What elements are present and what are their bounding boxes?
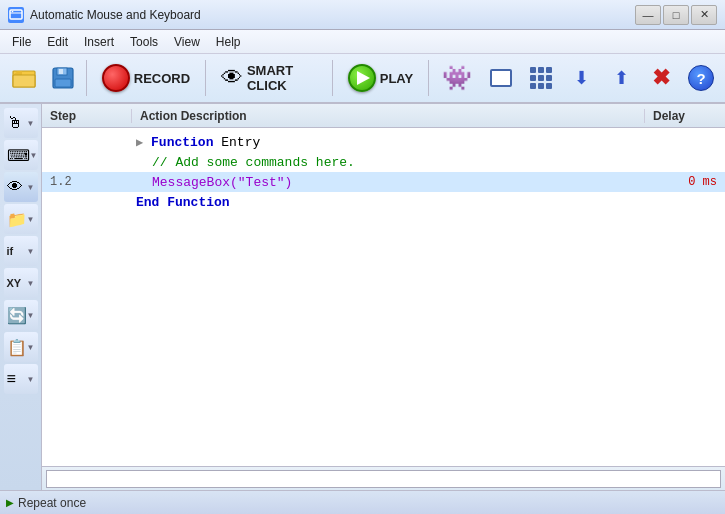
content-area: Step Action Description Delay ▶ Function… — [42, 104, 725, 490]
menu-edit[interactable]: Edit — [39, 33, 76, 51]
window-button[interactable] — [483, 59, 519, 97]
delete-icon: ✖ — [650, 67, 672, 89]
script-line: // Add some commands here. — [132, 155, 645, 170]
menu-bar: File Edit Insert Tools View Help — [0, 30, 725, 54]
help-icon: ? — [688, 65, 714, 91]
play-label: PLAY — [380, 71, 413, 86]
close-button[interactable]: ✕ — [691, 5, 717, 25]
xy-icon: XY — [7, 277, 22, 289]
svg-rect-8 — [55, 79, 71, 87]
list-icon: ≡ — [7, 370, 16, 388]
sidebar-clipboard[interactable]: 📋 ▼ — [4, 332, 38, 362]
table-row[interactable]: ▶ Function Entry — [42, 132, 725, 152]
window-icon — [490, 69, 512, 87]
ghost-button[interactable]: 👾 — [435, 59, 479, 97]
window-title: Automatic Mouse and Keyboard — [30, 8, 201, 22]
main-area: 🖱 ▼ ⌨ ▼ 👁 ▼ 📁 ▼ if ▼ XY ▼ 🔄 ▼ 📋 ▼ — [0, 104, 725, 490]
open-button[interactable] — [6, 59, 42, 97]
title-bar: Automatic Mouse and Keyboard — □ ✕ — [0, 0, 725, 30]
step-number: 1.2 — [42, 175, 132, 189]
mouse-icon: 🖱 — [7, 114, 23, 132]
command-input[interactable] — [46, 470, 721, 488]
separator-1 — [86, 60, 87, 96]
toolbar: RECORD SMART CLICK PLAY 👾 ⬇ ⬆ ✖ — [0, 54, 725, 104]
play-icon — [348, 64, 376, 92]
separator-2 — [205, 60, 206, 96]
col-action-header: Action Description — [132, 109, 645, 123]
play-button[interactable]: PLAY — [339, 59, 422, 97]
keyword-end: End Function — [136, 195, 230, 210]
script-line: ▶ Function Entry — [132, 135, 645, 150]
arrow-down-icon: ⬇ — [570, 67, 592, 89]
maximize-button[interactable]: □ — [663, 5, 689, 25]
delay-value: 0 ms — [645, 175, 725, 189]
keyword-function: Function — [151, 135, 221, 150]
function-name: Entry — [221, 135, 260, 150]
function-call: MessageBox("Test") — [152, 175, 292, 190]
col-delay-header: Delay — [645, 109, 725, 123]
help-button[interactable]: ? — [683, 59, 719, 97]
keyboard-icon: ⌨ — [7, 146, 30, 165]
bottom-bar: ▶ Repeat once — [0, 490, 725, 514]
loop-icon: 🔄 — [7, 306, 27, 325]
smartclick-label: SMART CLICK — [247, 63, 317, 93]
move-up-button[interactable]: ⬆ — [603, 59, 639, 97]
title-bar-left: Automatic Mouse and Keyboard — [8, 7, 201, 23]
grid-button[interactable] — [523, 59, 559, 97]
separator-3 — [332, 60, 333, 96]
sidebar-mouse[interactable]: 🖱 ▼ — [4, 108, 38, 138]
sidebar: 🖱 ▼ ⌨ ▼ 👁 ▼ 📁 ▼ if ▼ XY ▼ 🔄 ▼ 📋 ▼ — [0, 104, 42, 490]
script-line: MessageBox("Test") — [132, 175, 645, 190]
table-header: Step Action Description Delay — [42, 104, 725, 128]
status-bar — [42, 466, 725, 490]
sidebar-eye-icon: 👁 — [7, 178, 23, 196]
script-area[interactable]: ▶ Function Entry // Add some commands he… — [42, 128, 725, 466]
grid-icon — [530, 67, 552, 89]
delete-button[interactable]: ✖ — [643, 59, 679, 97]
comment-text: // Add some commands here. — [152, 155, 355, 170]
repeat-arrow-icon: ▶ — [6, 497, 14, 508]
table-row[interactable]: End Function — [42, 192, 725, 212]
minimize-button[interactable]: — — [635, 5, 661, 25]
sidebar-list[interactable]: ≡ ▼ — [4, 364, 38, 394]
clipboard-icon: 📋 — [7, 338, 27, 357]
folder-icon: 📁 — [7, 210, 27, 229]
move-down-button[interactable]: ⬇ — [563, 59, 599, 97]
svg-rect-4 — [13, 75, 35, 87]
menu-insert[interactable]: Insert — [76, 33, 122, 51]
save-button[interactable] — [46, 59, 80, 97]
app-icon — [8, 7, 24, 23]
window-controls: — □ ✕ — [635, 5, 717, 25]
svg-point-2 — [12, 10, 14, 12]
smartclick-button[interactable]: SMART CLICK — [212, 59, 326, 97]
table-row[interactable]: 1.2 MessageBox("Test") 0 ms — [42, 172, 725, 192]
svg-rect-7 — [59, 69, 63, 74]
sidebar-loop[interactable]: 🔄 ▼ — [4, 300, 38, 330]
if-icon: if — [7, 245, 14, 257]
sidebar-folder[interactable]: 📁 ▼ — [4, 204, 38, 234]
sidebar-eye[interactable]: 👁 ▼ — [4, 172, 38, 202]
record-icon — [102, 64, 130, 92]
eye-icon — [221, 67, 243, 89]
sidebar-if[interactable]: if ▼ — [4, 236, 38, 266]
menu-view[interactable]: View — [166, 33, 208, 51]
script-line: End Function — [132, 195, 645, 210]
repeat-label: Repeat once — [18, 496, 86, 510]
record-label: RECORD — [134, 71, 190, 86]
sidebar-keyboard[interactable]: ⌨ ▼ — [4, 140, 38, 170]
record-button[interactable]: RECORD — [93, 59, 199, 97]
menu-tools[interactable]: Tools — [122, 33, 166, 51]
separator-4 — [428, 60, 429, 96]
table-row[interactable]: // Add some commands here. — [42, 152, 725, 172]
menu-help[interactable]: Help — [208, 33, 249, 51]
ghost-icon: 👾 — [442, 64, 472, 92]
menu-file[interactable]: File — [4, 33, 39, 51]
col-step-header: Step — [42, 109, 132, 123]
arrow-up-icon: ⬆ — [610, 67, 632, 89]
sidebar-xy[interactable]: XY ▼ — [4, 268, 38, 298]
